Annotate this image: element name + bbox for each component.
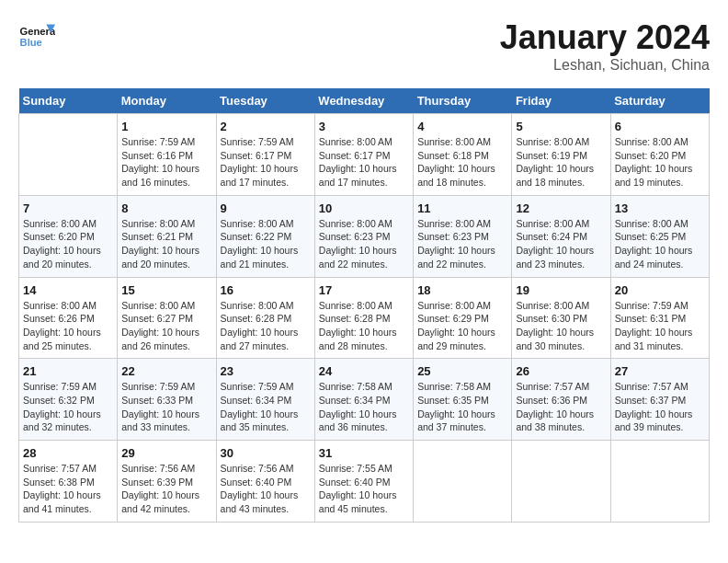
calendar-cell: 5Sunrise: 8:00 AM Sunset: 6:19 PM Daylig…: [512, 114, 610, 196]
day-number: 3: [319, 120, 409, 133]
calendar-cell: [414, 441, 512, 523]
calendar-cell: 30Sunrise: 7:56 AM Sunset: 6:40 PM Dayli…: [216, 441, 314, 523]
week-row-5: 28Sunrise: 7:57 AM Sunset: 6:38 PM Dayli…: [19, 441, 710, 523]
day-number: 29: [121, 446, 211, 460]
day-info: Sunrise: 8:00 AM Sunset: 6:23 PM Dayligh…: [319, 217, 409, 271]
day-number: 13: [615, 201, 705, 215]
day-info: Sunrise: 7:59 AM Sunset: 6:17 PM Dayligh…: [221, 135, 311, 190]
day-number: 23: [221, 364, 311, 378]
day-number: 9: [221, 201, 311, 215]
calendar-cell: 24Sunrise: 7:58 AM Sunset: 6:34 PM Dayli…: [314, 359, 413, 441]
day-number: 24: [319, 364, 409, 378]
day-number: 17: [319, 283, 409, 297]
day-info: Sunrise: 7:59 AM Sunset: 6:16 PM Dayligh…: [121, 135, 211, 190]
calendar-cell: 29Sunrise: 7:56 AM Sunset: 6:39 PM Dayli…: [118, 441, 216, 523]
day-info: Sunrise: 7:58 AM Sunset: 6:35 PM Dayligh…: [417, 380, 507, 434]
day-info: Sunrise: 7:58 AM Sunset: 6:34 PM Dayligh…: [319, 380, 409, 434]
calendar-cell: 18Sunrise: 8:00 AM Sunset: 6:29 PM Dayli…: [414, 277, 512, 359]
day-info: Sunrise: 7:56 AM Sunset: 6:40 PM Dayligh…: [221, 462, 311, 516]
day-header-friday: Friday: [512, 88, 610, 114]
day-info: Sunrise: 8:00 AM Sunset: 6:17 PM Dayligh…: [319, 135, 409, 190]
day-number: 6: [615, 120, 705, 133]
week-row-2: 7Sunrise: 8:00 AM Sunset: 6:20 PM Daylig…: [19, 195, 710, 277]
calendar-cell: 21Sunrise: 7:59 AM Sunset: 6:32 PM Dayli…: [19, 359, 118, 441]
day-info: Sunrise: 8:00 AM Sunset: 6:18 PM Dayligh…: [417, 135, 507, 190]
calendar-cell: 22Sunrise: 7:59 AM Sunset: 6:33 PM Dayli…: [118, 359, 216, 441]
calendar-cell: 8Sunrise: 8:00 AM Sunset: 6:21 PM Daylig…: [118, 195, 216, 277]
calendar-cell: 14Sunrise: 8:00 AM Sunset: 6:26 PM Dayli…: [19, 277, 118, 359]
calendar-cell: [512, 441, 610, 523]
calendar-cell: 23Sunrise: 7:59 AM Sunset: 6:34 PM Dayli…: [216, 359, 314, 441]
day-info: Sunrise: 8:00 AM Sunset: 6:20 PM Dayligh…: [23, 217, 113, 271]
day-info: Sunrise: 7:57 AM Sunset: 6:37 PM Dayligh…: [615, 380, 705, 434]
week-row-1: 1Sunrise: 7:59 AM Sunset: 6:16 PM Daylig…: [19, 114, 710, 196]
day-info: Sunrise: 8:00 AM Sunset: 6:22 PM Dayligh…: [221, 217, 311, 271]
calendar-cell: 17Sunrise: 8:00 AM Sunset: 6:28 PM Dayli…: [314, 277, 413, 359]
day-info: Sunrise: 8:00 AM Sunset: 6:28 PM Dayligh…: [319, 299, 409, 353]
title-area: January 2024 Leshan, Sichuan, China: [500, 18, 710, 74]
calendar-cell: 6Sunrise: 8:00 AM Sunset: 6:20 PM Daylig…: [610, 114, 709, 196]
day-number: 16: [221, 283, 311, 297]
calendar-cell: 19Sunrise: 8:00 AM Sunset: 6:30 PM Dayli…: [512, 277, 610, 359]
day-number: 19: [516, 283, 606, 297]
day-header-tuesday: Tuesday: [216, 88, 314, 114]
day-info: Sunrise: 7:59 AM Sunset: 6:31 PM Dayligh…: [615, 299, 705, 353]
day-number: 18: [417, 283, 507, 297]
logo-icon: General Blue: [18, 18, 55, 55]
day-info: Sunrise: 8:00 AM Sunset: 6:29 PM Dayligh…: [417, 299, 507, 353]
day-number: 11: [417, 201, 507, 215]
calendar-cell: 4Sunrise: 8:00 AM Sunset: 6:18 PM Daylig…: [414, 114, 512, 196]
logo: General Blue: [18, 18, 59, 55]
day-number: 30: [221, 446, 311, 460]
day-number: 7: [23, 201, 113, 215]
header-row: SundayMondayTuesdayWednesdayThursdayFrid…: [19, 88, 710, 114]
day-number: 25: [417, 364, 507, 378]
subtitle: Leshan, Sichuan, China: [500, 57, 710, 74]
day-info: Sunrise: 7:59 AM Sunset: 6:34 PM Dayligh…: [221, 380, 311, 434]
day-info: Sunrise: 8:00 AM Sunset: 6:24 PM Dayligh…: [516, 217, 606, 271]
day-header-thursday: Thursday: [414, 88, 512, 114]
calendar-cell: 15Sunrise: 8:00 AM Sunset: 6:27 PM Dayli…: [118, 277, 216, 359]
day-number: 21: [23, 364, 113, 378]
day-info: Sunrise: 8:00 AM Sunset: 6:19 PM Dayligh…: [516, 135, 606, 190]
page-header: General Blue January 2024 Leshan, Sichua…: [18, 18, 710, 74]
day-info: Sunrise: 8:00 AM Sunset: 6:28 PM Dayligh…: [221, 299, 311, 353]
day-number: 5: [516, 120, 606, 133]
week-row-3: 14Sunrise: 8:00 AM Sunset: 6:26 PM Dayli…: [19, 277, 710, 359]
day-info: Sunrise: 7:59 AM Sunset: 6:32 PM Dayligh…: [23, 380, 113, 434]
day-header-monday: Monday: [118, 88, 216, 114]
day-number: 1: [121, 120, 211, 133]
day-number: 20: [615, 283, 705, 297]
day-number: 27: [615, 364, 705, 378]
calendar-cell: 3Sunrise: 8:00 AM Sunset: 6:17 PM Daylig…: [314, 114, 413, 196]
day-info: Sunrise: 8:00 AM Sunset: 6:21 PM Dayligh…: [121, 217, 211, 271]
week-row-4: 21Sunrise: 7:59 AM Sunset: 6:32 PM Dayli…: [19, 359, 710, 441]
day-number: 2: [221, 120, 311, 133]
calendar-cell: [610, 441, 709, 523]
day-number: 15: [121, 283, 211, 297]
calendar-cell: 10Sunrise: 8:00 AM Sunset: 6:23 PM Dayli…: [314, 195, 413, 277]
day-info: Sunrise: 8:00 AM Sunset: 6:23 PM Dayligh…: [417, 217, 507, 271]
calendar-cell: 9Sunrise: 8:00 AM Sunset: 6:22 PM Daylig…: [216, 195, 314, 277]
calendar-table: SundayMondayTuesdayWednesdayThursdayFrid…: [18, 88, 710, 523]
day-number: 26: [516, 364, 606, 378]
day-header-saturday: Saturday: [610, 88, 709, 114]
calendar-cell: 2Sunrise: 7:59 AM Sunset: 6:17 PM Daylig…: [216, 114, 314, 196]
day-info: Sunrise: 7:57 AM Sunset: 6:38 PM Dayligh…: [23, 462, 113, 516]
day-header-sunday: Sunday: [19, 88, 118, 114]
calendar-cell: [19, 114, 118, 196]
day-info: Sunrise: 7:59 AM Sunset: 6:33 PM Dayligh…: [121, 380, 211, 434]
day-info: Sunrise: 7:57 AM Sunset: 6:36 PM Dayligh…: [516, 380, 606, 434]
day-info: Sunrise: 8:00 AM Sunset: 6:27 PM Dayligh…: [121, 299, 211, 353]
day-info: Sunrise: 8:00 AM Sunset: 6:30 PM Dayligh…: [516, 299, 606, 353]
day-number: 28: [23, 446, 113, 460]
calendar-cell: 1Sunrise: 7:59 AM Sunset: 6:16 PM Daylig…: [118, 114, 216, 196]
day-info: Sunrise: 7:55 AM Sunset: 6:40 PM Dayligh…: [319, 462, 409, 516]
day-info: Sunrise: 7:56 AM Sunset: 6:39 PM Dayligh…: [121, 462, 211, 516]
calendar-cell: 26Sunrise: 7:57 AM Sunset: 6:36 PM Dayli…: [512, 359, 610, 441]
day-number: 10: [319, 201, 409, 215]
calendar-cell: 13Sunrise: 8:00 AM Sunset: 6:25 PM Dayli…: [610, 195, 709, 277]
day-info: Sunrise: 8:00 AM Sunset: 6:25 PM Dayligh…: [615, 217, 705, 271]
calendar-cell: 25Sunrise: 7:58 AM Sunset: 6:35 PM Dayli…: [414, 359, 512, 441]
day-number: 4: [417, 120, 507, 133]
